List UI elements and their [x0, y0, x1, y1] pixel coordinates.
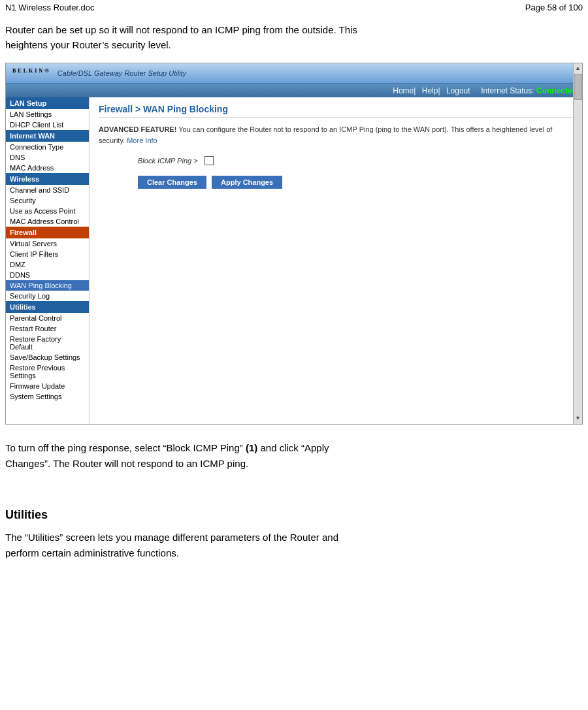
utilities-line2: perform certain administrative functions…	[5, 545, 583, 561]
sidebar-item-dns[interactable]: DNS	[6, 152, 89, 163]
sidebar-item-wan-ping-blocking[interactable]: WAN Ping Blocking	[6, 280, 89, 291]
scrollbar-arrow-up[interactable]: ▲	[575, 63, 581, 73]
sidebar-item-mac-address-control[interactable]: MAC Address Control	[6, 216, 89, 227]
clear-changes-button[interactable]: Clear Changes	[138, 176, 206, 189]
sidebar-item-client-ip-filters[interactable]: Client IP Filters	[6, 249, 89, 259]
sidebar-item-security-log[interactable]: Security Log	[6, 291, 89, 301]
scrollbar-thumb[interactable]	[574, 74, 582, 100]
sidebar-item-lan-settings[interactable]: LAN Settings	[6, 109, 89, 120]
sidebar-item-restore-previous[interactable]: Restore Previous Settings	[6, 363, 89, 381]
router-frame: BELKIN® Cable/DSL Gateway Router Setup U…	[5, 63, 583, 425]
sidebar-item-mac-address-wan[interactable]: MAC Address	[6, 163, 89, 173]
apply-changes-button[interactable]: Apply Changes	[212, 176, 282, 189]
content-area: Firewall > WAN Ping Blocking ADVANCED FE…	[90, 97, 582, 424]
nav-home[interactable]: Home	[393, 86, 414, 95]
sidebar-section-lan-setup[interactable]: LAN Setup	[6, 97, 89, 109]
sidebar: LAN Setup LAN Settings DHCP Client List …	[6, 97, 90, 424]
sidebar-item-system-settings[interactable]: System Settings	[6, 391, 89, 402]
scrollbar-arrow-down[interactable]: ▼	[575, 413, 581, 423]
belkin-tagline: Cable/DSL Gateway Router Setup Utility	[57, 69, 186, 77]
bold-1: (1)	[246, 442, 257, 453]
sidebar-item-connection-type[interactable]: Connection Type	[6, 142, 89, 152]
belkin-header: BELKIN® Cable/DSL Gateway Router Setup U…	[6, 63, 582, 84]
page-info: Page 58 of 100	[525, 3, 583, 12]
sidebar-section-utilities[interactable]: Utilities	[6, 301, 89, 313]
sidebar-section-wireless[interactable]: Wireless	[6, 173, 89, 185]
sidebar-section-internet-wan[interactable]: Internet WAN	[6, 130, 89, 142]
sidebar-item-dhcp-client-list[interactable]: DHCP Client List	[6, 120, 89, 130]
block-icmp-label: Block ICMP Ping >	[138, 157, 198, 165]
icmp-paragraph: To turn off the ping response, select “B…	[5, 440, 583, 472]
sidebar-item-restore-factory[interactable]: Restore Factory Default	[6, 334, 89, 352]
advanced-label: ADVANCED FEATURE!	[99, 125, 176, 133]
sidebar-item-save-backup[interactable]: Save/Backup Settings	[6, 352, 89, 363]
utilities-section-body: The “Utilities” screen lets you manage d…	[0, 524, 588, 566]
belkin-logo: BELKIN®	[12, 67, 51, 79]
button-row: Clear Changes Apply Changes	[138, 176, 573, 189]
main-layout: LAN Setup LAN Settings DHCP Client List …	[6, 97, 582, 424]
top-nav: Home| Help| Logout Internet Status: Conn…	[6, 84, 582, 97]
nav-logout[interactable]: Logout	[446, 86, 470, 95]
body-text-icmp: To turn off the ping response, select “B…	[0, 435, 588, 477]
sidebar-item-access-point[interactable]: Use as Access Point	[6, 206, 89, 216]
nav-help[interactable]: Help	[422, 86, 438, 95]
more-info-link[interactable]: More Info	[127, 137, 157, 144]
sidebar-item-firmware-update[interactable]: Firmware Update	[6, 381, 89, 391]
doc-title: N1 Wireless Router.doc	[5, 3, 95, 12]
intro-line2: heightens your Router’s security level.	[5, 38, 583, 53]
sidebar-item-dmz[interactable]: DMZ	[6, 259, 89, 270]
utilities-section-title: Utilities	[0, 503, 588, 522]
sidebar-item-channel-ssid[interactable]: Channel and SSID	[6, 185, 89, 195]
sidebar-item-virtual-servers[interactable]: Virtual Servers	[6, 238, 89, 249]
advanced-notice: ADVANCED FEATURE! You can configure the …	[99, 124, 573, 146]
intro-text: Router can be set up so it will not resp…	[0, 15, 588, 57]
intro-line1: Router can be set up so it will not resp…	[5, 23, 583, 38]
page-title: Firewall > WAN Ping Blocking	[99, 104, 573, 118]
sidebar-item-restart-router[interactable]: Restart Router	[6, 323, 89, 334]
sidebar-item-ddns[interactable]: DDNS	[6, 270, 89, 280]
doc-header: N1 Wireless Router.doc Page 58 of 100	[0, 0, 588, 15]
sidebar-item-security[interactable]: Security	[6, 195, 89, 206]
block-icmp-checkbox[interactable]	[204, 156, 214, 165]
form-row: Block ICMP Ping >	[138, 156, 573, 165]
utilities-line1: The “Utilities” screen lets you manage d…	[5, 530, 583, 545]
scrollbar[interactable]: ▲ ▼	[573, 63, 582, 424]
sidebar-section-firewall[interactable]: Firewall	[6, 227, 89, 238]
sidebar-item-parental-control[interactable]: Parental Control	[6, 313, 89, 323]
internet-status-label: Internet Status: Connected	[481, 86, 577, 95]
internet-status-value: Connected	[536, 86, 577, 95]
